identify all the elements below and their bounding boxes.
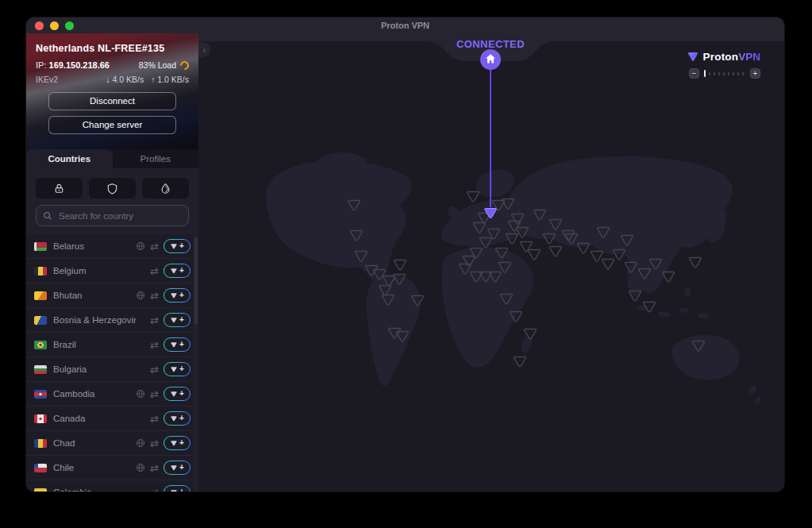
minimize-button[interactable] — [50, 21, 59, 30]
upgrade-button[interactable]: + — [164, 264, 190, 278]
zoom-tick — [718, 72, 720, 75]
country-flag-icon — [34, 414, 47, 423]
country-flag-icon — [34, 365, 47, 374]
country-row[interactable]: Canada ⇄ — [26, 407, 198, 431]
swap-connection-icon[interactable]: ⇄ — [150, 241, 159, 252]
fullscreen-button[interactable] — [65, 21, 74, 30]
upgrade-button[interactable]: + — [164, 411, 190, 426]
country-name: Belgium — [53, 266, 136, 276]
zoom-tick — [742, 72, 744, 75]
swap-connection-icon[interactable]: ⇄ — [150, 315, 159, 326]
protonvpn-triangle-icon — [170, 440, 178, 447]
upgrade-button[interactable]: + — [164, 362, 190, 376]
swap-connection-icon[interactable]: ⇄ — [150, 266, 159, 276]
traffic-lights — [35, 17, 74, 33]
country-flag-icon — [34, 242, 47, 251]
country-row[interactable]: Chile ⇄ — [26, 456, 198, 480]
tab-countries[interactable]: Countries — [26, 149, 113, 168]
protonvpn-logo: ProtonVPN — [687, 49, 760, 64]
zoom-slider[interactable] — [704, 70, 745, 77]
country-name: Bosnia & Herzegovina — [53, 315, 136, 325]
country-name: Canada — [53, 414, 136, 423]
upgrade-plus-label: + — [179, 341, 184, 349]
upgrade-button[interactable]: + — [164, 387, 190, 401]
upgrade-plus-label: + — [179, 488, 184, 491]
sidebar: Netherlands NL-FREE#135 IP: 169.150.218.… — [26, 33, 198, 491]
scrollbar-thumb[interactable] — [194, 237, 198, 325]
load-indicator-icon — [179, 59, 191, 71]
search-input[interactable] — [57, 210, 182, 222]
upgrade-plus-label: + — [179, 439, 184, 447]
filter-row — [36, 178, 189, 198]
country-name: Bulgaria — [53, 364, 136, 374]
country-row[interactable]: Belgium ⇄ — [26, 259, 198, 283]
disconnect-button[interactable]: Disconnect — [48, 92, 176, 110]
country-name: Brazil — [53, 340, 136, 349]
swap-connection-icon[interactable]: ⇄ — [150, 389, 159, 399]
zoom-tick — [728, 72, 729, 75]
upgrade-button[interactable]: + — [164, 288, 190, 303]
upgrade-button[interactable]: + — [164, 461, 190, 475]
swap-connection-icon[interactable]: ⇄ — [150, 291, 159, 301]
protocol-row: IKEv2 ↓ 4.0 KB/s ↑ 1.0 KB/s — [36, 75, 189, 84]
country-row[interactable]: Colombia ⇄ — [26, 480, 198, 491]
list-scrollbar[interactable] — [193, 234, 198, 491]
country-row[interactable]: Belarus ⇄ — [26, 234, 198, 259]
country-row[interactable]: Bosnia & Herzegovina ⇄ — [26, 308, 198, 333]
close-button[interactable] — [35, 21, 44, 30]
upgrade-button[interactable]: + — [164, 313, 190, 327]
zoom-tick — [737, 72, 739, 75]
swap-connection-icon[interactable]: ⇄ — [150, 364, 159, 375]
titlebar: Proton VPN — [26, 17, 784, 33]
swap-connection-icon[interactable]: ⇄ — [150, 463, 159, 473]
country-name: Colombia — [53, 488, 136, 491]
country-row[interactable]: Bhutan ⇄ — [26, 283, 198, 308]
swap-connection-icon[interactable]: ⇄ — [150, 488, 159, 492]
secure-core-filter-button[interactable] — [36, 178, 83, 198]
upgrade-button[interactable]: + — [164, 485, 190, 491]
upgrade-button[interactable]: + — [164, 436, 190, 450]
country-flag-icon — [34, 316, 47, 325]
server-load: 83% Load — [139, 60, 176, 70]
ip-label: IP: — [36, 60, 46, 70]
protonvpn-window: Proton VPN Netherlands NL-FREE#135 IP: 1… — [26, 17, 784, 491]
upgrade-button[interactable]: + — [164, 239, 190, 253]
search-box[interactable] — [36, 205, 189, 226]
netshield-filter-button[interactable] — [89, 178, 136, 198]
window-content: Netherlands NL-FREE#135 IP: 169.150.218.… — [26, 33, 784, 491]
smart-routing-globe-icon — [136, 438, 145, 448]
upgrade-plus-label: + — [179, 242, 184, 250]
smart-routing-globe-icon — [136, 463, 145, 472]
upgrade-plus-label: + — [179, 291, 184, 299]
protonvpn-logo-icon — [687, 51, 699, 63]
tab-profiles[interactable]: Profiles — [113, 149, 199, 168]
ip-value: 169.150.218.66 — [49, 60, 110, 70]
country-row[interactable]: Brazil ⇄ — [26, 333, 198, 357]
protonvpn-triangle-icon — [170, 268, 178, 275]
swap-connection-icon[interactable]: ⇄ — [150, 438, 159, 449]
server-name: Netherlands NL-FREE#135 — [36, 43, 189, 54]
connection-status: CONNECTED — [431, 38, 550, 50]
lock-icon — [53, 183, 65, 195]
zoom-in-button[interactable]: + — [750, 68, 760, 79]
swap-connection-icon[interactable]: ⇄ — [150, 414, 159, 424]
upgrade-plus-label: + — [179, 365, 184, 373]
zoom-level-indicator[interactable] — [704, 70, 706, 77]
logo-text-vpn: VPN — [738, 51, 760, 63]
country-name: Cambodia — [53, 389, 136, 399]
change-server-button[interactable]: Change server — [48, 116, 176, 134]
swap-connection-icon[interactable]: ⇄ — [150, 340, 159, 350]
country-row[interactable]: Chad ⇄ + — [26, 431, 198, 456]
smart-routing-globe-icon — [136, 389, 145, 399]
upgrade-plus-label: + — [179, 464, 184, 472]
protonvpn-triangle-icon — [170, 415, 178, 422]
upgrade-button[interactable]: + — [164, 337, 190, 352]
zoom-out-button[interactable]: − — [689, 68, 699, 79]
country-row[interactable]: Cambodia ⇄ — [26, 382, 198, 407]
onion-icon — [160, 183, 171, 195]
country-flag-icon — [34, 439, 47, 448]
connected-pin — [480, 49, 501, 70]
country-row[interactable]: Bulgaria ⇄ — [26, 357, 198, 382]
tor-filter-button[interactable] — [142, 178, 189, 198]
search-icon — [43, 211, 52, 221]
